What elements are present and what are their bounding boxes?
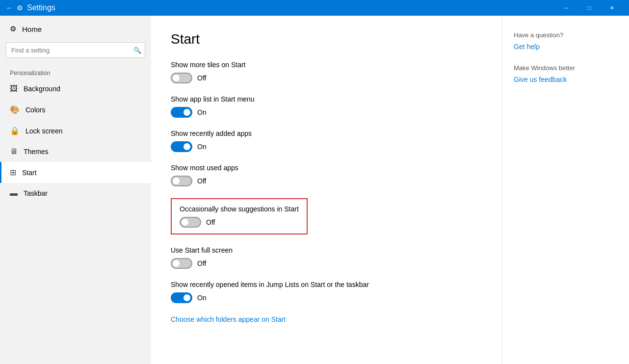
toggle-row-show-recently-added: On xyxy=(171,141,482,152)
sidebar-start-label: Start xyxy=(22,169,37,177)
setting-show-recently-opened: Show recently opened items in Jump Lists… xyxy=(171,281,482,303)
setting-label-show-app-list: Show app list in Start menu xyxy=(171,95,482,103)
right-panel-help-heading: Have a question? xyxy=(514,31,617,39)
setting-label-show-recently-opened: Show recently opened items in Jump Lists… xyxy=(171,281,482,288)
setting-show-app-list: Show app list in Start menu On xyxy=(171,95,482,118)
sidebar-colors-label: Colors xyxy=(26,106,45,114)
setting-label-use-full-screen: Use Start full screen xyxy=(171,246,482,254)
main-content: Start Show more tiles on Start Off Show … xyxy=(151,16,501,364)
sidebar-item-colors[interactable]: 🎨 Colors xyxy=(0,99,151,120)
toggle-state-show-suggestions: Off xyxy=(206,218,215,226)
toggle-state-use-full-screen: Off xyxy=(197,260,206,267)
setting-label-show-suggestions: Occasionally show suggestions in Start xyxy=(180,205,299,213)
setting-show-most-used: Show most used apps Off xyxy=(171,164,482,186)
page-title: Start xyxy=(171,31,482,47)
toggle-row-show-more-tiles: Off xyxy=(171,73,482,83)
sidebar-item-start[interactable]: ⊞ Start xyxy=(0,162,151,183)
setting-use-full-screen: Use Start full screen Off xyxy=(171,246,482,269)
home-label: Home xyxy=(22,25,42,33)
sidebar-item-background[interactable]: 🖼 Background xyxy=(0,78,151,99)
sidebar-item-lock-screen[interactable]: 🔒 Lock screen xyxy=(0,120,151,141)
right-panel-feedback-heading: Make Windows better xyxy=(514,64,617,72)
sidebar: ⚙ Home 🔍 Personalization 🖼 Background 🎨 … xyxy=(0,16,151,364)
home-icon: ⚙ xyxy=(10,25,16,33)
sidebar-background-label: Background xyxy=(24,85,60,93)
toggle-show-app-list[interactable] xyxy=(171,107,192,118)
toggle-row-show-app-list: On xyxy=(171,107,482,118)
titlebar-controls: ─ □ ✕ xyxy=(555,0,623,16)
setting-label-show-more-tiles: Show more tiles on Start xyxy=(171,61,482,69)
give-feedback-link[interactable]: Give us feedback xyxy=(514,76,617,83)
toggle-state-show-more-tiles: Off xyxy=(197,74,206,82)
right-panel-help-section: Have a question? Get help xyxy=(514,31,617,51)
titlebar-left: ← ⚙ Settings xyxy=(6,3,55,12)
close-button[interactable]: ✕ xyxy=(601,0,623,16)
sidebar-lockscreen-label: Lock screen xyxy=(26,127,62,135)
toggle-row-use-full-screen: Off xyxy=(171,258,482,269)
setting-show-recently-added: Show recently added apps On xyxy=(171,130,482,152)
setting-label-show-most-used: Show most used apps xyxy=(171,164,482,172)
toggle-row-show-most-used: Off xyxy=(171,176,482,186)
back-button[interactable]: ← xyxy=(6,4,13,12)
search-input[interactable] xyxy=(6,42,145,58)
sidebar-themes-label: Themes xyxy=(24,148,49,156)
maximize-button[interactable]: □ xyxy=(578,0,601,16)
search-icon: 🔍 xyxy=(133,47,141,54)
sidebar-item-taskbar[interactable]: ▬ Taskbar xyxy=(0,183,151,204)
setting-label-show-recently-added: Show recently added apps xyxy=(171,130,482,137)
sidebar-taskbar-label: Taskbar xyxy=(24,189,48,197)
toggle-show-recently-opened[interactable] xyxy=(171,292,192,303)
sidebar-search-container: 🔍 xyxy=(6,42,145,58)
colors-icon: 🎨 xyxy=(10,105,20,114)
titlebar-title: Settings xyxy=(27,3,55,12)
taskbar-icon: ▬ xyxy=(10,189,18,198)
sidebar-home-button[interactable]: ⚙ Home xyxy=(0,16,151,42)
titlebar: ← ⚙ Settings ─ □ ✕ xyxy=(0,0,629,16)
get-help-link[interactable]: Get help xyxy=(514,43,617,51)
toggle-state-show-app-list: On xyxy=(197,108,207,116)
toggle-state-show-recently-opened: On xyxy=(197,294,207,302)
setting-show-suggestions-highlighted: Occasionally show suggestions in Start O… xyxy=(171,198,308,234)
app-body: ⚙ Home 🔍 Personalization 🖼 Background 🎨 … xyxy=(0,16,629,364)
toggle-row-show-suggestions: Off xyxy=(180,217,299,228)
toggle-show-suggestions[interactable] xyxy=(180,217,201,228)
choose-folders-link[interactable]: Choose which folders appear on Start xyxy=(171,315,286,323)
start-icon: ⊞ xyxy=(10,168,16,177)
minimize-button[interactable]: ─ xyxy=(555,0,578,16)
app-icon: ⚙ xyxy=(17,4,23,12)
toggle-show-most-used[interactable] xyxy=(171,176,192,186)
toggle-state-show-most-used: Off xyxy=(197,177,206,185)
toggle-show-recently-added[interactable] xyxy=(171,141,192,152)
toggle-show-more-tiles[interactable] xyxy=(171,73,192,83)
sidebar-section-label: Personalization xyxy=(0,66,151,78)
background-icon: 🖼 xyxy=(10,84,18,93)
setting-show-more-tiles: Show more tiles on Start Off xyxy=(171,61,482,83)
lock-screen-icon: 🔒 xyxy=(10,126,20,135)
toggle-state-show-recently-added: On xyxy=(197,143,207,151)
toggle-row-show-recently-opened: On xyxy=(171,292,482,303)
toggle-use-full-screen[interactable] xyxy=(171,258,192,269)
right-panel: Have a question? Get help Make Windows b… xyxy=(501,16,629,364)
themes-icon: 🖥 xyxy=(10,147,18,156)
sidebar-item-themes[interactable]: 🖥 Themes xyxy=(0,141,151,162)
right-panel-feedback-section: Make Windows better Give us feedback xyxy=(514,64,617,83)
